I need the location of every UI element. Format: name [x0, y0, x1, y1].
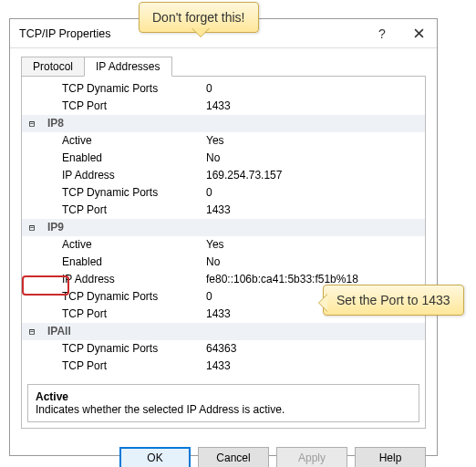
- property-row[interactable]: ActiveYes: [22, 236, 425, 254]
- property-label: Enabled: [42, 150, 206, 167]
- property-label: TCP Port: [42, 202, 206, 219]
- property-row[interactable]: TCP Dynamic Ports0: [22, 80, 425, 98]
- property-label: Enabled: [42, 254, 206, 271]
- property-row[interactable]: TCP Dynamic Ports64363: [22, 340, 425, 358]
- property-value[interactable]: 1433: [206, 98, 425, 115]
- dialog-body: Protocol IP Addresses TCP Dynamic Ports0…: [10, 48, 437, 438]
- description-title: Active: [36, 390, 411, 403]
- button-row: OK Cancel Apply Help: [10, 438, 437, 467]
- cancel-button[interactable]: Cancel: [198, 447, 269, 467]
- property-grid-container: TCP Dynamic Ports0TCP Port1433⊟IP8Active…: [21, 77, 426, 429]
- property-label: TCP Dynamic Ports: [42, 80, 206, 98]
- property-grid[interactable]: TCP Dynamic Ports0TCP Port1433⊟IP8Active…: [22, 77, 425, 379]
- expand-icon[interactable]: ⊟: [22, 323, 42, 340]
- apply-button[interactable]: Apply: [276, 447, 347, 467]
- property-row[interactable]: EnabledNo: [22, 254, 425, 271]
- property-value[interactable]: 0: [206, 80, 425, 98]
- group-row[interactable]: ⊟IPAll: [22, 323, 425, 340]
- property-row[interactable]: TCP Port1433: [22, 358, 425, 375]
- help-dialog-button[interactable]: Help: [355, 447, 426, 467]
- property-value[interactable]: 169.254.73.157: [206, 167, 425, 184]
- help-button[interactable]: ?: [364, 19, 400, 48]
- description-text: Indicates whether the selected IP Addres…: [36, 403, 411, 416]
- property-label: IP Address: [42, 167, 206, 184]
- property-row[interactable]: TCP Port1433: [22, 202, 425, 219]
- highlight-ipall: [22, 275, 69, 296]
- property-row[interactable]: TCP Dynamic Ports0: [22, 184, 425, 202]
- property-label: TCP Port: [42, 306, 206, 323]
- property-value[interactable]: No: [206, 150, 425, 167]
- close-button[interactable]: [400, 19, 437, 48]
- property-label: TCP Port: [42, 358, 206, 375]
- property-row[interactable]: EnabledNo: [22, 150, 425, 167]
- close-icon: [414, 28, 424, 38]
- property-row[interactable]: IP Address169.254.73.157: [22, 167, 425, 184]
- property-value[interactable]: 1433: [206, 202, 425, 219]
- property-label: TCP Dynamic Ports: [42, 340, 206, 358]
- tab-protocol[interactable]: Protocol: [21, 57, 85, 76]
- property-label: Active: [42, 236, 206, 254]
- tcpip-properties-dialog: TCP/IP Properties ? Protocol IP Addresse…: [9, 18, 438, 456]
- group-row[interactable]: ⊟IP8: [22, 115, 425, 132]
- property-value[interactable]: Yes: [206, 132, 425, 150]
- expand-icon[interactable]: ⊟: [22, 115, 42, 132]
- callout-set-port: Set the Port to 1433: [323, 285, 464, 316]
- property-row[interactable]: ActiveYes: [22, 132, 425, 150]
- property-label: Active: [42, 132, 206, 150]
- property-label: IP9: [42, 219, 206, 236]
- callout-dont-forget: Don't forget this!: [139, 2, 259, 33]
- property-label: TCP Port: [42, 98, 206, 115]
- expand-icon[interactable]: ⊟: [22, 219, 42, 236]
- description-panel: Active Indicates whether the selected IP…: [27, 384, 419, 422]
- property-value[interactable]: 0: [206, 184, 425, 202]
- tab-strip: Protocol IP Addresses: [21, 56, 426, 77]
- group-row[interactable]: ⊟IP9: [22, 219, 425, 236]
- property-value[interactable]: Yes: [206, 236, 425, 254]
- property-value[interactable]: No: [206, 254, 425, 271]
- property-label: TCP Dynamic Ports: [42, 184, 206, 202]
- tab-ip-addresses[interactable]: IP Addresses: [84, 57, 172, 77]
- property-value[interactable]: 64363: [206, 340, 425, 358]
- property-label: IP8: [42, 115, 206, 132]
- ok-button[interactable]: OK: [119, 447, 191, 467]
- property-row[interactable]: TCP Port1433: [22, 98, 425, 115]
- property-value[interactable]: 1433: [206, 358, 425, 375]
- property-label: IPAll: [42, 323, 206, 340]
